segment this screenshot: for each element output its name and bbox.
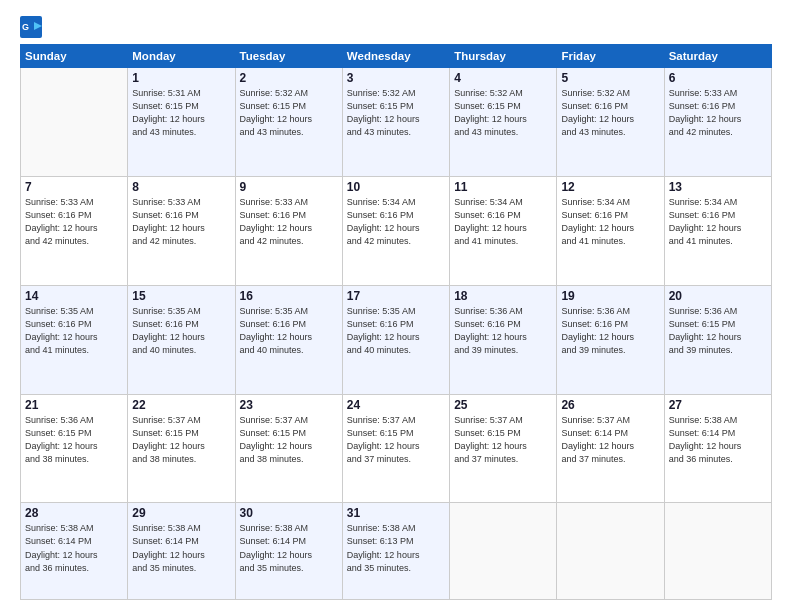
day-info: Sunrise: 5:36 AMSunset: 6:15 PMDaylight:… (669, 305, 767, 357)
cell-4-4 (450, 503, 557, 600)
day-number: 7 (25, 180, 123, 194)
header: G (20, 16, 772, 38)
day-info: Sunrise: 5:34 AMSunset: 6:16 PMDaylight:… (561, 196, 659, 248)
day-info: Sunrise: 5:37 AMSunset: 6:15 PMDaylight:… (240, 414, 338, 466)
cell-0-6: 6Sunrise: 5:33 AMSunset: 6:16 PMDaylight… (664, 68, 771, 177)
cell-1-2: 9Sunrise: 5:33 AMSunset: 6:16 PMDaylight… (235, 176, 342, 285)
cell-1-5: 12Sunrise: 5:34 AMSunset: 6:16 PMDayligh… (557, 176, 664, 285)
col-header-sunday: Sunday (21, 45, 128, 68)
day-info: Sunrise: 5:36 AMSunset: 6:16 PMDaylight:… (454, 305, 552, 357)
day-info: Sunrise: 5:33 AMSunset: 6:16 PMDaylight:… (240, 196, 338, 248)
cell-3-6: 27Sunrise: 5:38 AMSunset: 6:14 PMDayligh… (664, 394, 771, 503)
day-info: Sunrise: 5:33 AMSunset: 6:16 PMDaylight:… (132, 196, 230, 248)
day-number: 9 (240, 180, 338, 194)
day-number: 27 (669, 398, 767, 412)
cell-4-6 (664, 503, 771, 600)
day-number: 1 (132, 71, 230, 85)
day-number: 3 (347, 71, 445, 85)
day-number: 31 (347, 506, 445, 520)
cell-1-1: 8Sunrise: 5:33 AMSunset: 6:16 PMDaylight… (128, 176, 235, 285)
day-number: 29 (132, 506, 230, 520)
col-header-saturday: Saturday (664, 45, 771, 68)
day-number: 10 (347, 180, 445, 194)
day-info: Sunrise: 5:35 AMSunset: 6:16 PMDaylight:… (240, 305, 338, 357)
day-number: 2 (240, 71, 338, 85)
day-number: 19 (561, 289, 659, 303)
day-info: Sunrise: 5:36 AMSunset: 6:16 PMDaylight:… (561, 305, 659, 357)
day-number: 23 (240, 398, 338, 412)
col-header-thursday: Thursday (450, 45, 557, 68)
day-number: 16 (240, 289, 338, 303)
cell-4-1: 29Sunrise: 5:38 AMSunset: 6:14 PMDayligh… (128, 503, 235, 600)
col-header-tuesday: Tuesday (235, 45, 342, 68)
cell-4-3: 31Sunrise: 5:38 AMSunset: 6:13 PMDayligh… (342, 503, 449, 600)
day-info: Sunrise: 5:37 AMSunset: 6:15 PMDaylight:… (347, 414, 445, 466)
day-number: 8 (132, 180, 230, 194)
day-info: Sunrise: 5:37 AMSunset: 6:15 PMDaylight:… (454, 414, 552, 466)
cell-4-5 (557, 503, 664, 600)
day-number: 24 (347, 398, 445, 412)
cell-2-6: 20Sunrise: 5:36 AMSunset: 6:15 PMDayligh… (664, 285, 771, 394)
cell-1-6: 13Sunrise: 5:34 AMSunset: 6:16 PMDayligh… (664, 176, 771, 285)
day-number: 28 (25, 506, 123, 520)
page: G SundayMondayTuesdayWednesdayThursdayFr… (0, 0, 792, 612)
day-info: Sunrise: 5:32 AMSunset: 6:15 PMDaylight:… (347, 87, 445, 139)
day-number: 14 (25, 289, 123, 303)
day-number: 21 (25, 398, 123, 412)
cell-2-0: 14Sunrise: 5:35 AMSunset: 6:16 PMDayligh… (21, 285, 128, 394)
day-number: 13 (669, 180, 767, 194)
cell-3-2: 23Sunrise: 5:37 AMSunset: 6:15 PMDayligh… (235, 394, 342, 503)
day-number: 4 (454, 71, 552, 85)
cell-3-5: 26Sunrise: 5:37 AMSunset: 6:14 PMDayligh… (557, 394, 664, 503)
day-number: 11 (454, 180, 552, 194)
day-number: 22 (132, 398, 230, 412)
day-number: 5 (561, 71, 659, 85)
day-number: 20 (669, 289, 767, 303)
cell-2-1: 15Sunrise: 5:35 AMSunset: 6:16 PMDayligh… (128, 285, 235, 394)
cell-0-2: 2Sunrise: 5:32 AMSunset: 6:15 PMDaylight… (235, 68, 342, 177)
cell-2-4: 18Sunrise: 5:36 AMSunset: 6:16 PMDayligh… (450, 285, 557, 394)
day-info: Sunrise: 5:32 AMSunset: 6:15 PMDaylight:… (454, 87, 552, 139)
day-info: Sunrise: 5:37 AMSunset: 6:14 PMDaylight:… (561, 414, 659, 466)
cell-0-0 (21, 68, 128, 177)
cell-4-0: 28Sunrise: 5:38 AMSunset: 6:14 PMDayligh… (21, 503, 128, 600)
day-number: 26 (561, 398, 659, 412)
day-info: Sunrise: 5:33 AMSunset: 6:16 PMDaylight:… (669, 87, 767, 139)
day-info: Sunrise: 5:37 AMSunset: 6:15 PMDaylight:… (132, 414, 230, 466)
calendar: SundayMondayTuesdayWednesdayThursdayFrid… (20, 44, 772, 600)
col-header-monday: Monday (128, 45, 235, 68)
day-info: Sunrise: 5:36 AMSunset: 6:15 PMDaylight:… (25, 414, 123, 466)
cell-3-3: 24Sunrise: 5:37 AMSunset: 6:15 PMDayligh… (342, 394, 449, 503)
logo: G (20, 16, 44, 38)
cell-0-3: 3Sunrise: 5:32 AMSunset: 6:15 PMDaylight… (342, 68, 449, 177)
day-info: Sunrise: 5:35 AMSunset: 6:16 PMDaylight:… (25, 305, 123, 357)
cell-0-4: 4Sunrise: 5:32 AMSunset: 6:15 PMDaylight… (450, 68, 557, 177)
cell-2-5: 19Sunrise: 5:36 AMSunset: 6:16 PMDayligh… (557, 285, 664, 394)
cell-0-5: 5Sunrise: 5:32 AMSunset: 6:16 PMDaylight… (557, 68, 664, 177)
svg-text:G: G (22, 22, 29, 32)
day-number: 12 (561, 180, 659, 194)
day-info: Sunrise: 5:38 AMSunset: 6:14 PMDaylight:… (132, 522, 230, 574)
cell-1-4: 11Sunrise: 5:34 AMSunset: 6:16 PMDayligh… (450, 176, 557, 285)
day-number: 17 (347, 289, 445, 303)
day-number: 25 (454, 398, 552, 412)
day-number: 15 (132, 289, 230, 303)
col-header-wednesday: Wednesday (342, 45, 449, 68)
cell-3-0: 21Sunrise: 5:36 AMSunset: 6:15 PMDayligh… (21, 394, 128, 503)
day-info: Sunrise: 5:35 AMSunset: 6:16 PMDaylight:… (132, 305, 230, 357)
day-info: Sunrise: 5:31 AMSunset: 6:15 PMDaylight:… (132, 87, 230, 139)
day-info: Sunrise: 5:38 AMSunset: 6:14 PMDaylight:… (240, 522, 338, 574)
day-info: Sunrise: 5:38 AMSunset: 6:14 PMDaylight:… (669, 414, 767, 466)
cell-1-3: 10Sunrise: 5:34 AMSunset: 6:16 PMDayligh… (342, 176, 449, 285)
day-info: Sunrise: 5:34 AMSunset: 6:16 PMDaylight:… (454, 196, 552, 248)
cell-2-3: 17Sunrise: 5:35 AMSunset: 6:16 PMDayligh… (342, 285, 449, 394)
day-info: Sunrise: 5:35 AMSunset: 6:16 PMDaylight:… (347, 305, 445, 357)
day-info: Sunrise: 5:32 AMSunset: 6:15 PMDaylight:… (240, 87, 338, 139)
cell-3-1: 22Sunrise: 5:37 AMSunset: 6:15 PMDayligh… (128, 394, 235, 503)
cell-2-2: 16Sunrise: 5:35 AMSunset: 6:16 PMDayligh… (235, 285, 342, 394)
cell-1-0: 7Sunrise: 5:33 AMSunset: 6:16 PMDaylight… (21, 176, 128, 285)
day-info: Sunrise: 5:33 AMSunset: 6:16 PMDaylight:… (25, 196, 123, 248)
day-number: 18 (454, 289, 552, 303)
logo-icon: G (20, 16, 42, 38)
day-info: Sunrise: 5:38 AMSunset: 6:14 PMDaylight:… (25, 522, 123, 574)
